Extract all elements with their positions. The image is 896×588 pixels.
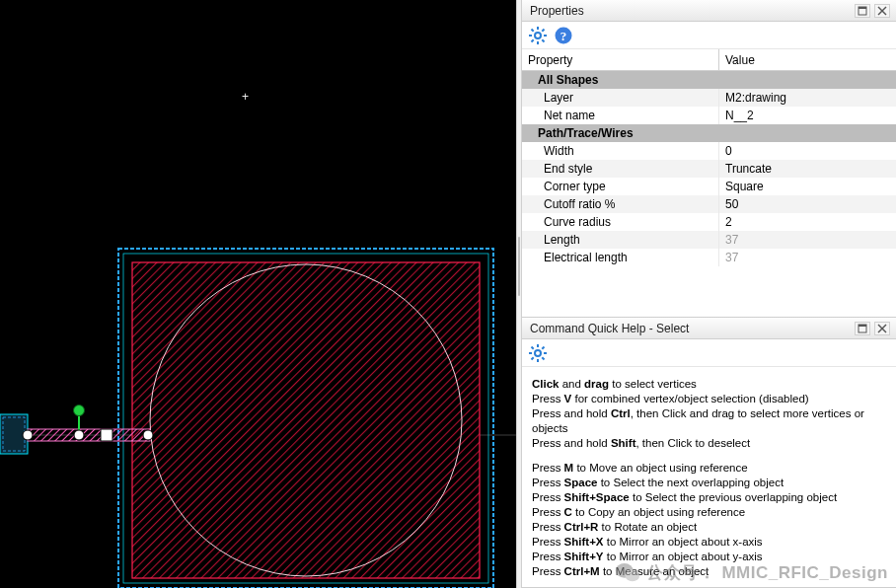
- quickhelp-panel: Command Quick Help - Select Click and dr…: [522, 318, 896, 588]
- svg-line-16: [532, 39, 534, 41]
- prop-row-layer[interactable]: LayerM2:drawing: [522, 89, 896, 107]
- help-button[interactable]: ?: [554, 26, 573, 45]
- svg-line-15: [542, 29, 544, 31]
- vertex-mid1[interactable]: [74, 430, 84, 440]
- vertex-end[interactable]: [143, 430, 153, 440]
- properties-panel: Properties ? Property Value: [522, 0, 896, 318]
- quickhelp-title: Command Quick Help - Select: [528, 322, 851, 335]
- property-grid: All Shapes LayerM2:drawing Net nameN__2 …: [522, 71, 896, 317]
- svg-text:?: ?: [560, 28, 567, 42]
- help-icon: ?: [554, 26, 573, 45]
- vertex-start[interactable]: [23, 430, 33, 440]
- watermark: 公众号：MMIC_RFIC_Design: [615, 561, 888, 583]
- svg-point-23: [535, 350, 541, 356]
- prop-row-cutoff[interactable]: Cutoff ratio %50: [522, 195, 896, 213]
- prop-row-cornertype[interactable]: Corner typeSquare: [522, 178, 896, 195]
- properties-toolbar: ?: [522, 22, 896, 49]
- svg-line-29: [542, 357, 544, 359]
- section-all-shapes: All Shapes: [522, 71, 896, 89]
- close-icon[interactable]: [874, 322, 890, 335]
- quickhelp-settings-button[interactable]: [528, 343, 548, 363]
- svg-rect-5: [859, 7, 866, 9]
- svg-point-33: [626, 569, 640, 581]
- svg-line-14: [542, 39, 544, 41]
- close-icon[interactable]: [874, 4, 890, 18]
- properties-header[interactable]: Properties: [522, 0, 896, 22]
- gear-icon: [528, 343, 548, 363]
- wechat-icon: [615, 561, 640, 583]
- gear-icon: [528, 26, 548, 45]
- shape-rect-m2[interactable]: [132, 262, 480, 578]
- svg-rect-20: [859, 325, 866, 327]
- undock-icon[interactable]: [855, 322, 870, 335]
- svg-point-8: [535, 33, 541, 38]
- shape-path-segment[interactable]: [28, 429, 150, 441]
- prop-row-netname[interactable]: Net nameN__2: [522, 107, 896, 124]
- column-header-property[interactable]: Property: [522, 49, 719, 70]
- prop-row-width[interactable]: Width0: [522, 142, 896, 160]
- properties-title: Properties: [528, 4, 851, 18]
- prop-row-elength: Electrical length37: [522, 249, 896, 266]
- prop-row-length: Length37: [522, 231, 896, 249]
- section-path: Path/Trace/Wires: [522, 124, 896, 142]
- prop-row-curveradius[interactable]: Curve radius2: [522, 213, 896, 231]
- vertex-handle[interactable]: [101, 429, 112, 441]
- property-columns-header: Property Value: [522, 49, 896, 71]
- quickhelp-header[interactable]: Command Quick Help - Select: [522, 318, 896, 339]
- column-header-value[interactable]: Value: [719, 49, 896, 70]
- layout-canvas[interactable]: +: [0, 0, 516, 588]
- svg-line-31: [532, 357, 534, 359]
- quickhelp-toolbar: [522, 339, 896, 367]
- svg-line-30: [542, 346, 544, 348]
- quickhelp-body: Click and drag to select vertices Press …: [522, 367, 896, 587]
- prop-row-endstyle[interactable]: End styleTruncate: [522, 160, 896, 178]
- pin-head[interactable]: [74, 405, 85, 416]
- svg-line-13: [532, 29, 534, 31]
- settings-button[interactable]: [528, 26, 548, 45]
- undock-icon[interactable]: [855, 4, 870, 18]
- svg-line-28: [532, 346, 534, 348]
